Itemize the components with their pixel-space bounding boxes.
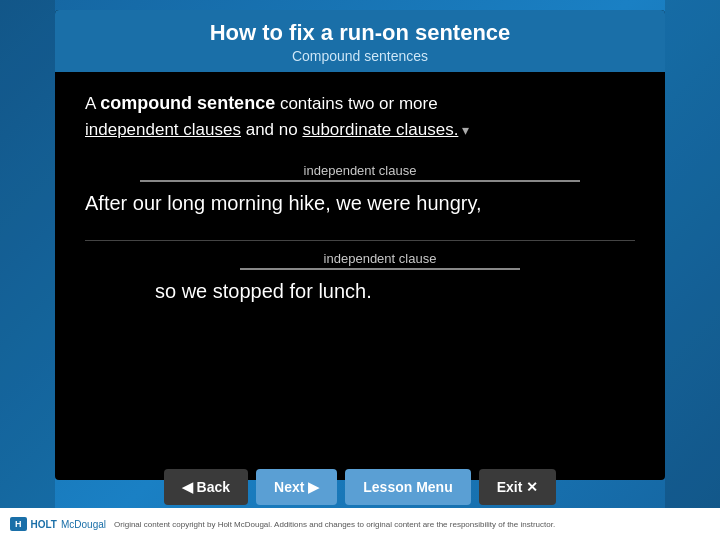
definition-suffix: contains two or more — [275, 94, 438, 113]
example-section-2: independent clause so we stopped for lun… — [85, 251, 635, 313]
line2-mid: and no — [241, 120, 302, 139]
clause-underline-2 — [240, 268, 521, 270]
left-decoration — [0, 0, 55, 540]
example-text-1: After our long morning hike, we were hun… — [85, 186, 635, 225]
clause-label-1: independent clause — [85, 163, 635, 178]
back-button[interactable]: ◀ Back — [164, 469, 248, 505]
example-section-1: independent clause After our long mornin… — [85, 163, 635, 225]
footer-bar: H HOLT McDougal Original content copyrig… — [0, 508, 720, 540]
bold-term: compound sentence — [100, 93, 275, 113]
title-bar: How to fix a run-on sentence Compound se… — [55, 10, 665, 72]
navigation-bar: ◀ Back Next ▶ Lesson Menu Exit ✕ — [55, 466, 665, 508]
clause-underline-1 — [140, 180, 580, 182]
clause-label-2: independent clause — [125, 251, 635, 266]
holt-text: HOLT — [31, 519, 57, 530]
arrow-indicator: ▾ — [458, 122, 469, 138]
holt-logo: H HOLT McDougal — [10, 517, 106, 531]
page-background: How to fix a run-on sentence Compound se… — [0, 0, 720, 540]
mcdougal-text: McDougal — [61, 519, 106, 530]
definition-paragraph: A compound sentence contains two or more… — [85, 90, 635, 143]
page-subtitle: Compound sentences — [75, 48, 645, 64]
definition-prefix: A — [85, 94, 100, 113]
exit-button[interactable]: Exit ✕ — [479, 469, 557, 505]
lesson-menu-button[interactable]: Lesson Menu — [345, 469, 470, 505]
content-area: A compound sentence contains two or more… — [55, 72, 665, 338]
term-subordinate-clauses[interactable]: subordinate clauses. — [302, 120, 458, 139]
example-text-2: so we stopped for lunch. — [125, 274, 635, 313]
page-title: How to fix a run-on sentence — [75, 20, 645, 46]
section-divider — [85, 240, 635, 241]
right-decoration — [665, 0, 720, 540]
footer-disclaimer: Original content copyright by Holt McDou… — [114, 520, 555, 529]
next-button[interactable]: Next ▶ — [256, 469, 337, 505]
logo-box: H — [10, 517, 27, 531]
term-independent-clauses[interactable]: independent clauses — [85, 120, 241, 139]
main-content-panel: How to fix a run-on sentence Compound se… — [55, 10, 665, 480]
